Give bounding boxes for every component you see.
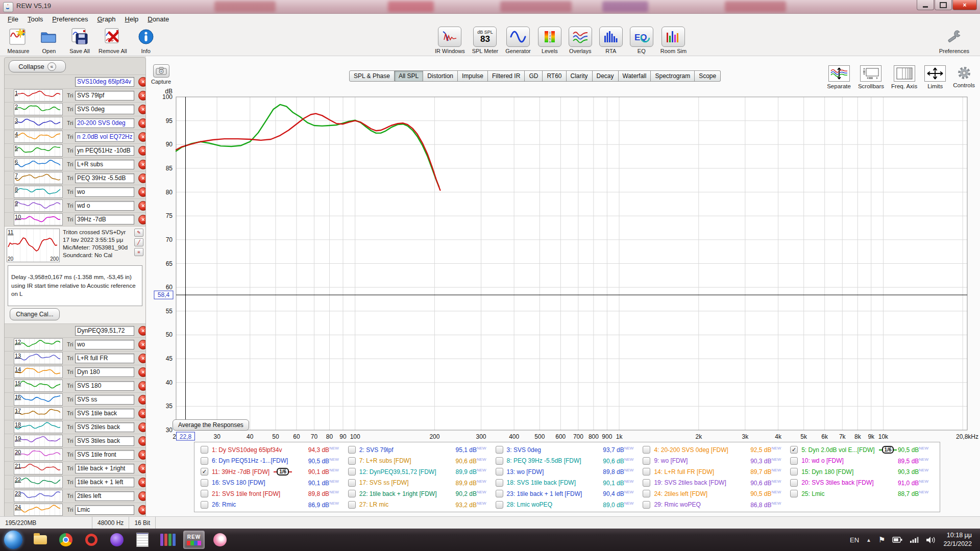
measurement-name-field[interactable] xyxy=(75,478,134,487)
taskbar-notepad-icon[interactable] xyxy=(132,531,153,548)
measurement-thumbnail[interactable]: 24 xyxy=(14,504,63,516)
measurement-name-field[interactable] xyxy=(75,491,134,501)
minimize-button[interactable] xyxy=(917,0,934,10)
measurement-thumbnail[interactable]: 17 xyxy=(14,407,63,419)
menu-help[interactable]: Help xyxy=(120,14,143,24)
delete-measurement-button[interactable]: × xyxy=(138,478,146,487)
legend-label[interactable]: 5: Dyn 2.0dB vol E...[FDW] xyxy=(801,446,874,454)
measurement-thumbnail[interactable]: 21 xyxy=(14,462,63,474)
measurement-name-field[interactable] xyxy=(75,450,134,460)
tab-waterfall[interactable]: Waterfall xyxy=(619,70,651,82)
menu-tools[interactable]: Tools xyxy=(23,14,47,24)
measurement-name-field[interactable] xyxy=(75,215,134,224)
change-cal-button[interactable]: Change Cal... xyxy=(10,308,60,320)
legend-label[interactable]: 9: wo [FDW] xyxy=(654,457,688,464)
measurement-name-field[interactable] xyxy=(75,436,134,446)
measurement-thumbnail[interactable]: 16 xyxy=(14,393,63,406)
measurement-name-field[interactable] xyxy=(75,160,134,169)
tab-impulse[interactable]: Impulse xyxy=(458,70,488,82)
selected-measurement-panel[interactable]: 11 20 200 Triton crossed SVS+Dyr 17 Ιαν … xyxy=(5,226,145,323)
tab-spectrogram[interactable]: Spectrogram xyxy=(651,70,695,82)
measurement-thumbnail[interactable]: 8 xyxy=(14,186,63,198)
legend-checkbox[interactable]: ✓ xyxy=(790,446,798,454)
trace-color-icon[interactable]: ╱ xyxy=(134,238,143,246)
legend-checkbox[interactable] xyxy=(348,446,356,454)
delete-measurement-button[interactable]: × xyxy=(138,91,146,101)
action-center-flag-icon[interactable]: ⚑ xyxy=(878,535,885,544)
tab-all-spl[interactable]: All SPL xyxy=(395,70,423,82)
speaker-icon[interactable] xyxy=(926,536,936,544)
legend-label[interactable]: 23: 1tile back + 1 left [FDW] xyxy=(507,490,582,497)
legend-checkbox[interactable] xyxy=(348,479,356,487)
save-all-button[interactable]: Save All xyxy=(68,27,91,54)
delete-measurement-button[interactable]: × xyxy=(138,132,146,142)
legend-label[interactable]: 13: wo [FDW] xyxy=(507,468,544,475)
measurement-notes-icon[interactable]: ≡ xyxy=(134,248,143,256)
legend-checkbox[interactable] xyxy=(496,490,503,497)
taskbar-paint-icon[interactable] xyxy=(210,531,230,548)
measurement-thumbnail[interactable]: 7 xyxy=(14,172,63,184)
legend-label[interactable]: 3: SVS 0deg xyxy=(507,446,541,454)
measurement-name-field[interactable] xyxy=(75,118,134,128)
legend-label[interactable]: 20: SVS 3tiles back [FDW] xyxy=(801,479,873,486)
legend-checkbox[interactable] xyxy=(790,490,798,497)
legend-checkbox[interactable] xyxy=(790,468,798,475)
legend-label[interactable]: 28: Lmic woPEQ xyxy=(507,501,552,508)
measurement-name-field[interactable] xyxy=(75,505,134,515)
delete-measurement-button[interactable]: × xyxy=(138,436,146,446)
delete-measurement-button[interactable]: × xyxy=(138,422,146,432)
taskbar-winrar-icon[interactable] xyxy=(158,531,178,548)
tab-rt60[interactable]: RT60 xyxy=(543,70,566,82)
tab-spl-phase[interactable]: SPL & Phase xyxy=(349,70,395,82)
measurement-name-field[interactable] xyxy=(75,395,134,405)
legend-checkbox[interactable] xyxy=(348,468,356,475)
levels-button[interactable]: 0369 Levels xyxy=(538,27,561,54)
legend-label[interactable]: 4: 20-200 SVS 0deg [FDW] xyxy=(654,446,728,454)
measurement-thumbnail[interactable]: 5 xyxy=(14,144,63,157)
delete-measurement-button[interactable]: × xyxy=(138,215,146,224)
delete-measurement-button[interactable]: × xyxy=(138,354,146,363)
legend-label[interactable]: 10: wd o [FDW] xyxy=(801,457,844,464)
delete-measurement-button[interactable]: × xyxy=(138,409,146,418)
measurement-name-field[interactable] xyxy=(75,326,134,336)
menu-donate[interactable]: Donate xyxy=(143,14,174,24)
measurement-name-field[interactable] xyxy=(75,173,134,183)
measurement-thumbnail[interactable]: 6 xyxy=(14,158,63,170)
tab-scope[interactable]: Scope xyxy=(695,70,721,82)
measurement-thumbnail[interactable]: 19 xyxy=(14,435,63,447)
tab-filtered-ir[interactable]: Filtered IR xyxy=(488,70,525,82)
legend-checkbox[interactable] xyxy=(201,490,208,497)
measurement-name-field[interactable] xyxy=(75,132,134,142)
legend-label[interactable]: 8: PEQ 39Hz -5.5dB [FDW] xyxy=(507,457,581,464)
legend-checkbox[interactable] xyxy=(643,490,650,497)
delete-measurement-button[interactable]: × xyxy=(138,395,146,405)
measurement-name-field[interactable] xyxy=(75,409,134,418)
taskbar-clock[interactable]: 10:18 μμ 22/1/2022 xyxy=(943,531,974,548)
legend-label[interactable]: 19: SVS 2tiles back [FDW] xyxy=(654,479,726,486)
legend-checkbox[interactable] xyxy=(790,457,798,465)
legend-label[interactable]: 16: SVS 180 [FDW] xyxy=(212,479,265,486)
legend-checkbox[interactable] xyxy=(643,457,650,465)
measurement-thumbnail[interactable]: 23 xyxy=(14,490,63,502)
network-signal-icon[interactable] xyxy=(910,536,919,543)
capture-button[interactable]: Capture xyxy=(151,64,171,85)
legend-label[interactable]: 27: LR mic xyxy=(359,501,388,508)
taskbar-opera-icon[interactable] xyxy=(81,531,102,548)
measurement-thumbnail[interactable]: 18 xyxy=(14,421,63,433)
menu-file[interactable]: File xyxy=(3,14,23,24)
delete-measurement-button[interactable]: × xyxy=(138,367,146,377)
measurement-thumbnail[interactable]: 2 xyxy=(14,103,63,115)
legend-label[interactable]: 15: Dyn 180 [FDW] xyxy=(801,468,853,475)
room-sim-button[interactable]: Room Sim xyxy=(660,27,687,54)
legend-checkbox[interactable] xyxy=(496,501,503,509)
average-responses-button[interactable]: Average the Responses xyxy=(173,419,249,431)
measurement-name-field[interactable] xyxy=(75,91,134,101)
delete-measurement-button[interactable]: × xyxy=(138,326,146,336)
legend-label[interactable]: 21: SVS 1tile front [FDW] xyxy=(212,490,280,497)
measurement-thumbnail[interactable]: 11 20 200 xyxy=(7,229,60,262)
legend-checkbox[interactable] xyxy=(643,468,650,475)
generator-button[interactable]: Generator xyxy=(505,27,531,54)
legend-label[interactable]: 29: Rmic woPEQ xyxy=(654,501,700,508)
tab-distortion[interactable]: Distortion xyxy=(423,70,458,82)
title-bar[interactable]: REW V5,19 × xyxy=(0,0,980,14)
